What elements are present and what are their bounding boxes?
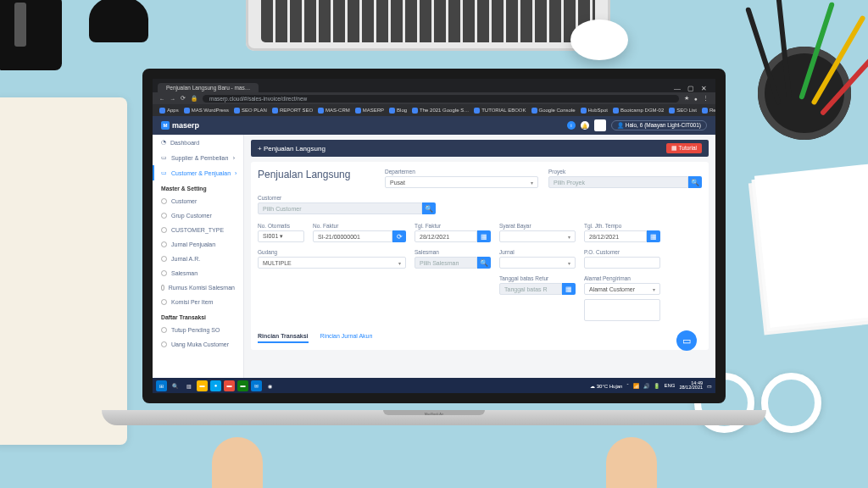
sidebar-subitem[interactable]: Salesman	[153, 266, 243, 280]
bookmark-item[interactable]: Apps	[159, 108, 179, 114]
bookmark-item[interactable]: The 2021 Google S…	[412, 108, 469, 114]
bookmark-item[interactable]: MAS WordPress	[184, 108, 229, 114]
tutorial-button[interactable]: ▦ Tutorial	[666, 143, 702, 153]
tgl-jth-tempo-input[interactable]: 28/12/2021	[584, 230, 647, 242]
battery-icon[interactable]: 🔋	[654, 383, 659, 389]
clock[interactable]: 14:49 28/12/2021	[679, 381, 703, 391]
bookmark-item[interactable]: Google Console	[531, 108, 576, 114]
extensions-icon[interactable]: ★	[684, 95, 689, 102]
sidebar-subitem[interactable]: Jurnal A.R.	[153, 252, 243, 266]
explorer-icon[interactable]: ▬	[197, 380, 208, 391]
tgl-faktur-input[interactable]: 28/12/2021	[415, 230, 477, 242]
sidebar-item-customer[interactable]: ▭Customer & Penjualan›	[153, 165, 243, 180]
search-taskbar-icon[interactable]: 🔍	[170, 380, 181, 391]
outlook-icon[interactable]: ✉	[251, 380, 262, 391]
gudang-select[interactable]: MULTIPLE	[258, 257, 406, 269]
chrome-icon[interactable]: ◉	[264, 380, 275, 391]
tray-chevron-icon[interactable]: ˄	[626, 383, 629, 389]
chat-icon: ▭	[682, 336, 691, 347]
departemen-select[interactable]: Pusat	[385, 176, 538, 188]
excel-icon[interactable]: ▬	[237, 380, 248, 391]
user-menu[interactable]: 👤 Halo, 6 (Maayan Light-CIT001)	[611, 120, 707, 130]
bookmark-item[interactable]: TUTORIAL EBOOK	[474, 108, 526, 114]
window-maximize-icon[interactable]: ▢	[687, 85, 694, 92]
bookmark-item[interactable]: SEO PLAN	[234, 108, 267, 114]
jurnal-select[interactable]	[499, 257, 576, 269]
bookmark-item[interactable]: SEO List	[669, 108, 697, 114]
app-logo[interactable]: Mmaserp	[161, 121, 199, 130]
salesman-label: Salesman	[415, 249, 491, 255]
window-close-icon[interactable]: ✕	[701, 85, 707, 92]
bookmark-item[interactable]: Blog	[389, 108, 407, 114]
radio-icon	[161, 327, 167, 333]
alamat-select[interactable]: Alamat Customer	[584, 283, 660, 295]
desk-notebook	[0, 97, 127, 445]
sidebar-subitem[interactable]: Jurnal Penjualan	[153, 237, 243, 252]
hand-right	[606, 437, 657, 488]
sidebar-subitem[interactable]: Komisi Per Item	[153, 295, 243, 309]
bookmark-item[interactable]: MAS-CRM	[318, 108, 350, 114]
notifications-icon[interactable]: ▭	[707, 383, 712, 389]
bookmark-item[interactable]: HubSpot	[581, 108, 608, 114]
task-view-icon[interactable]: ▥	[183, 380, 194, 391]
chat-fab[interactable]: ▭	[676, 330, 697, 351]
sidebar-subitem[interactable]: Customer	[153, 194, 243, 208]
edge-icon[interactable]: ●	[210, 380, 221, 391]
radio-icon	[161, 227, 167, 233]
customer-input[interactable]: Pilih Customer	[258, 202, 422, 214]
tab-rincian-jurnal[interactable]: Rincian Jurnal Akun	[320, 333, 373, 343]
weather-widget[interactable]: ☁ 30°C Hujan	[590, 383, 622, 389]
tgl-faktur-label: Tgl. Faktur	[415, 223, 491, 229]
calendar-icon[interactable]: ▦	[477, 230, 491, 242]
sidebar-item-dashboard[interactable]: ◔Dashboard	[153, 135, 243, 150]
bookmark-item[interactable]: REPORT SEO	[272, 108, 313, 114]
browser-tabbar: Penjualan Langsung Baru - mas… — ▢ ✕	[153, 79, 715, 92]
desk-stapler	[0, 0, 62, 70]
nav-forward-icon[interactable]: →	[170, 96, 176, 102]
bookmark-item[interactable]: Bootcamp DGM-02	[613, 108, 664, 114]
no-otomatis-select[interactable]: SI001 ▾	[258, 230, 304, 242]
alamat-textarea[interactable]	[584, 299, 660, 321]
avatar[interactable]	[594, 119, 606, 131]
syarat-bayar-select[interactable]	[499, 230, 576, 242]
sidebar-subitem[interactable]: Grup Customer	[153, 208, 243, 223]
volume-icon[interactable]: 🔊	[643, 383, 649, 389]
refresh-icon[interactable]: ⟳	[392, 230, 406, 242]
profile-icon[interactable]: ●	[694, 96, 698, 102]
sidebar-subitem[interactable]: Tutup Pending SO	[153, 323, 243, 337]
wifi-icon[interactable]: 📶	[633, 383, 639, 389]
po-customer-input[interactable]	[584, 257, 660, 269]
windows-taskbar: ⊞ 🔍 ▥ ▬ ● ▬ ▬ ✉ ◉ ☁ 30°C Hujan ˄ 📶 🔊 🔋 E…	[153, 378, 715, 393]
search-icon[interactable]: 🔍	[477, 257, 491, 269]
window-minimize-icon[interactable]: —	[674, 85, 681, 92]
sidebar-item-supplier[interactable]: ▭Supplier & Pembelian›	[153, 150, 243, 165]
search-icon[interactable]: 🔍	[422, 202, 436, 214]
language-indicator[interactable]: ENG	[664, 383, 675, 388]
sidebar-subitem[interactable]: CUSTOMER_TYPE	[153, 223, 243, 237]
sidebar-subitem[interactable]: Uang Muka Customer	[153, 337, 243, 352]
help-icon[interactable]: i	[567, 121, 576, 130]
nav-reload-icon[interactable]: ⟳	[181, 95, 186, 102]
proyek-label: Proyek	[548, 169, 702, 175]
browser-tab[interactable]: Penjualan Langsung Baru - mas…	[158, 83, 259, 92]
nav-back-icon[interactable]: ←	[159, 96, 165, 102]
menu-icon[interactable]: ⋮	[703, 95, 709, 102]
address-bar[interactable]: maserp.cloud/#/sales-invoice/direct/new	[203, 95, 679, 103]
proyek-input[interactable]: Pilih Proyek	[548, 176, 688, 188]
notification-icon[interactable]: 🔔	[581, 121, 589, 130]
radio-icon	[161, 213, 167, 219]
calendar-icon[interactable]: ▦	[562, 283, 576, 295]
bookmark-item[interactable]: MASERP	[355, 108, 384, 114]
salesman-input[interactable]: Pilih Salesman	[415, 257, 477, 269]
app-icon[interactable]: ▬	[224, 380, 235, 391]
tab-rincian-transaksi[interactable]: Rincian Transaksi	[258, 333, 309, 343]
sidebar-subitem[interactable]: Rumus Komisi Salesman	[153, 280, 243, 295]
app-root: Mmaserp i 🔔 👤 Halo, 6 (Maayan Light-CIT0…	[153, 116, 715, 378]
no-faktur-input[interactable]: SI-21/00000001	[313, 230, 392, 242]
bookmark-item[interactable]: Reading list	[702, 108, 715, 114]
search-icon[interactable]: 🔍	[688, 176, 702, 188]
tgl-batas-retur-input[interactable]: Tanggal batas R	[499, 283, 562, 295]
app-header: Mmaserp i 🔔 👤 Halo, 6 (Maayan Light-CIT0…	[153, 116, 715, 135]
calendar-icon[interactable]: ▦	[647, 230, 660, 242]
start-button[interactable]: ⊞	[156, 380, 167, 391]
